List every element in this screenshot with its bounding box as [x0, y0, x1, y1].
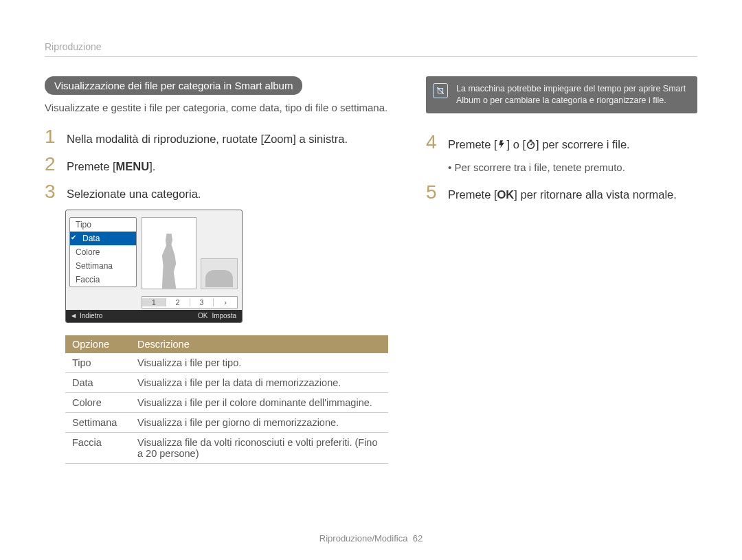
table-row: DataVisualizza i file per la data di mem… [65, 372, 388, 392]
step-text: Selezionate una categoria. [67, 186, 201, 203]
step-prefix: Premete [ [67, 160, 116, 172]
footer-page-number: 62 [413, 533, 423, 544]
footer-ok-glyph: OK [198, 312, 207, 320]
step-3: 3 Selezionate una categoria. [45, 182, 388, 203]
camera-footer-bar: ◀ Indietro OK Imposta [66, 310, 242, 322]
step-suffix: ]. [149, 160, 155, 172]
info-note-box: La macchina potrebbe impiegare del tempo… [426, 76, 697, 113]
section-header: Riproduzione [45, 41, 697, 52]
camera-category-menu: Tipo Data Colore Settimana Faccia [69, 217, 137, 287]
two-column-layout: Visualizzazione dei ﬁle per categoria in… [45, 76, 697, 464]
page-1: 1 [142, 298, 166, 306]
step-4: 4 Premete [] o [] per scorrere i ﬁle. [426, 133, 697, 155]
footer-back-label: Indietro [80, 312, 102, 320]
table-row: TipoVisualizza i file per tipo. [65, 353, 388, 373]
camera-screenshot: Tipo Data Colore Settimana Faccia 1 2 3 … [65, 210, 243, 323]
th-descrizione: Descrizione [131, 335, 388, 353]
right-column: La macchina potrebbe impiegare del tempo… [426, 76, 697, 464]
footer-set-label: Imposta [212, 312, 236, 320]
back-arrow-icon: ◀ [71, 313, 76, 319]
step-1: 1 Nella modalità di riproduzione, ruotat… [45, 127, 388, 148]
page-footer: Riproduzione/Modifica 62 [0, 533, 742, 544]
step-4-bullet: • Per scorrere tra i file, tenete premut… [448, 161, 697, 173]
step-2: 2 Premete [MENU]. [45, 155, 388, 175]
step-text: Nella modalità di riproduzione, ruotate … [67, 131, 348, 148]
step-5: 5 Premete [OK] per ritornare alla vista … [426, 183, 697, 203]
footer-label: Riproduzione/Modifica [319, 533, 408, 544]
page-2: 2 [166, 298, 190, 306]
menu-item-tipo: Tipo [70, 218, 136, 232]
table-row: ColoreVisualizza i file per il colore do… [65, 392, 388, 412]
step-text: Premete [] o [] per scorrere i ﬁle. [448, 137, 630, 155]
table-row: SettimanaVisualizza i file per giorno di… [65, 412, 388, 432]
camera-thumbnail-side [201, 258, 238, 289]
page-3: 3 [190, 298, 214, 306]
menu-item-data-selected: Data [70, 232, 136, 245]
ok-glyph: OK [497, 188, 515, 201]
step-number: 3 [45, 182, 60, 201]
options-table: Opzione Descrizione TipoVisualizza i fil… [65, 335, 388, 464]
page-next: › [213, 298, 237, 306]
step-number: 4 [426, 133, 441, 152]
step-number: 2 [45, 155, 60, 174]
step-number: 5 [426, 183, 441, 202]
menu-item-settimana: Settimana [70, 259, 136, 273]
header-rule [45, 56, 697, 57]
camera-thumbnail-main [142, 217, 196, 289]
flash-icon [497, 138, 507, 155]
left-column: Visualizzazione dei ﬁle per categoria in… [45, 76, 388, 464]
note-text: La macchina potrebbe impiegare del tempo… [456, 84, 686, 105]
table-row: FacciaVisualizza file da volti riconosci… [65, 432, 388, 463]
people-icon [205, 270, 233, 287]
camera-pager: 1 2 3 › [142, 296, 238, 309]
step-text: Premete [OK] per ritornare alla vista no… [448, 187, 677, 203]
menu-glyph: MENU [116, 160, 150, 172]
menu-item-faccia: Faccia [70, 273, 136, 287]
timer-icon [526, 138, 536, 155]
th-opzione: Opzione [65, 335, 131, 353]
step-text: Premete [MENU]. [67, 159, 155, 175]
note-icon [433, 83, 448, 98]
subsection-pill: Visualizzazione dei ﬁle per categoria in… [45, 76, 302, 95]
step-number: 1 [45, 127, 60, 146]
person-silhouette-icon [157, 234, 181, 289]
menu-item-colore: Colore [70, 245, 136, 259]
intro-text: Visualizzate e gestite i file per catego… [45, 100, 388, 115]
